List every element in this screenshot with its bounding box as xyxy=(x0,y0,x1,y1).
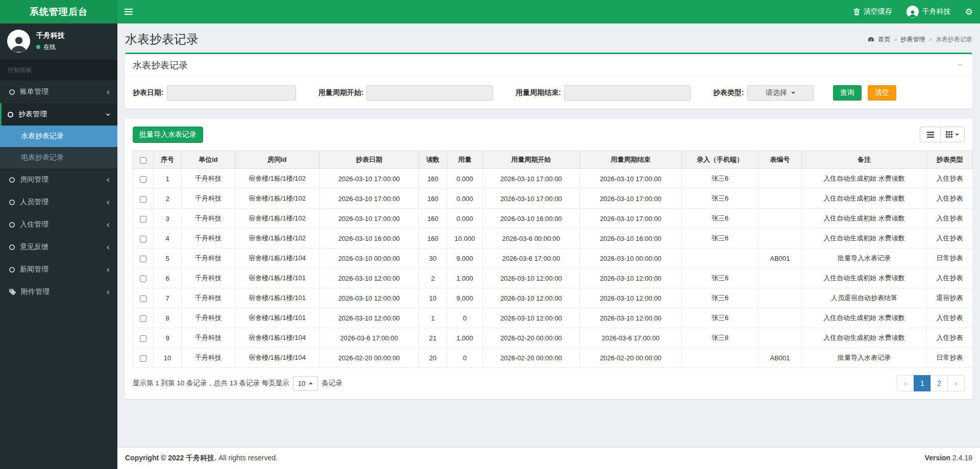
cell-usage: 1.000 xyxy=(447,328,483,348)
read-type-label: 抄表类型: xyxy=(713,88,744,97)
read-type-select[interactable]: 请选择 xyxy=(747,85,814,101)
table-footer: 显示第 1 到第 10 条记录，总共 13 条记录 每页显示 10 条记录 ‹ … xyxy=(133,375,965,391)
columns-view-button[interactable] xyxy=(940,127,965,142)
breadcrumb-home[interactable]: 首页 xyxy=(878,35,890,44)
period-end-input[interactable] xyxy=(564,85,691,101)
cell-recorder: 张三6 xyxy=(682,268,758,288)
row-checkbox[interactable] xyxy=(140,216,146,223)
caret-down-icon xyxy=(791,92,795,94)
read-date-input[interactable] xyxy=(167,85,296,101)
search-button[interactable]: 查询 xyxy=(833,85,862,101)
footer: Copyright © 2022 千舟科技. All rights reserv… xyxy=(117,447,980,469)
app-brand: 系统管理后台 xyxy=(0,0,117,23)
row-select-cell xyxy=(133,249,154,268)
online-status-dot xyxy=(36,45,40,49)
header-index: 序号 xyxy=(154,151,182,169)
row-checkbox[interactable] xyxy=(140,196,146,203)
navbar-user-menu[interactable]: 千舟科技 xyxy=(899,0,958,23)
cell-read-type: 入住抄表 xyxy=(927,209,973,229)
sidebar-item-bill-management[interactable]: 账单管理 ‹ xyxy=(0,81,117,103)
cell-meter-no: AB001 xyxy=(758,348,802,368)
breadcrumb: 首页 > 抄表管理 > 水表抄表记录 xyxy=(868,35,972,44)
header-remark: 备注 xyxy=(802,151,927,169)
clear-cache-button[interactable]: 清空缓存 xyxy=(846,0,899,23)
batch-import-button[interactable]: 批量导入水表记录 xyxy=(133,127,203,143)
table-row: 6千舟科技宿舍楼/1栋/1楼/1012026-03-10 12:00:0021.… xyxy=(133,268,973,288)
sidebar-item-room-management[interactable]: 房间管理 ‹ xyxy=(0,168,117,191)
main-content: 水表抄表记录 首页 > 抄表管理 > 水表抄表记录 水表抄表记录 − 抄表日期:… xyxy=(117,23,980,469)
cell-period-start: 2026-02-20 00:00:00 xyxy=(483,348,580,368)
row-checkbox[interactable] xyxy=(140,335,146,342)
cell-read-type: 入住抄表 xyxy=(927,229,973,249)
row-select-cell xyxy=(133,328,154,348)
list-view-button[interactable] xyxy=(920,127,940,142)
sidebar-subitem-electric-meter-records[interactable]: 电表抄表记录 xyxy=(0,147,117,168)
sidebar-toggle-button[interactable] xyxy=(117,0,140,23)
row-checkbox[interactable] xyxy=(140,176,146,183)
collapse-panel-button[interactable]: − xyxy=(955,60,965,70)
row-checkbox[interactable] xyxy=(140,355,146,362)
cell-period-start: 2026-03-10 17:00:00 xyxy=(483,169,580,189)
chevron-left-icon: ‹ xyxy=(106,88,110,96)
clear-button[interactable]: 清空 xyxy=(868,85,896,101)
header-read-type: 抄表类型 xyxy=(927,151,973,169)
read-date-label: 抄表日期: xyxy=(133,88,164,97)
cell-period-end: 2026-03-10 17:00:00 xyxy=(580,209,682,229)
table-toolbar: 批量导入水表记录 xyxy=(133,127,965,143)
row-checkbox[interactable] xyxy=(140,276,146,282)
cell-unit-id: 千舟科技 xyxy=(182,308,235,328)
prev-page-button[interactable]: ‹ xyxy=(897,375,914,391)
user-avatar-icon xyxy=(906,6,919,18)
cell-period-start: 2026-03-10 17:00:00 xyxy=(483,189,580,209)
row-checkbox[interactable] xyxy=(140,256,146,262)
sidebar-item-news-management[interactable]: 新闻管理 ‹ xyxy=(0,258,117,281)
sidebar-item-attachment-management[interactable]: 附件管理 ‹ xyxy=(0,281,117,303)
cell-index: 8 xyxy=(154,308,182,328)
chevron-left-icon: ‹ xyxy=(106,198,110,207)
records-panel: 批量导入水表记录 xyxy=(125,119,972,399)
cell-room-id: 宿舍楼/1栋/1楼/102 xyxy=(235,209,320,229)
next-page-button[interactable]: › xyxy=(947,375,965,391)
row-select-cell xyxy=(133,229,154,249)
row-checkbox[interactable] xyxy=(140,236,146,242)
cell-period-end: 2026-03-10 17:00:00 xyxy=(580,169,682,189)
header-read-date: 抄表日期 xyxy=(320,151,419,169)
cell-reading: 30 xyxy=(419,249,447,268)
page-button-1[interactable]: 1 xyxy=(914,375,931,391)
cell-remark: 入住自动生成初始 水费读数 xyxy=(802,169,927,189)
cell-unit-id: 千舟科技 xyxy=(182,249,235,268)
cell-recorder: 张三6 xyxy=(682,229,758,249)
period-start-label: 用量周期开始: xyxy=(318,88,364,97)
sidebar-item-checkin-management[interactable]: 入住管理 ‹ xyxy=(0,213,117,236)
cell-reading: 1 xyxy=(419,308,447,328)
sidebar-item-feedback[interactable]: 意见反馈 ‹ xyxy=(0,236,117,258)
row-checkbox[interactable] xyxy=(140,315,146,322)
settings-button[interactable]: ⚙ xyxy=(958,0,980,23)
cell-room-id: 宿舍楼/1栋/1楼/104 xyxy=(235,249,320,268)
header-meter-no: 表编号 xyxy=(758,151,802,169)
cell-meter-no xyxy=(758,169,802,189)
cell-room-id: 宿舍楼/1栋/1楼/101 xyxy=(235,288,320,308)
header-period-end: 用量周期结束 xyxy=(580,151,682,169)
table-header-row: 序号 单位id 房间id 抄表日期 读数 用量 用量周期开始 用量周期结束 录入… xyxy=(133,151,973,169)
cell-read-date: 2026-02-20 00:00:00 xyxy=(320,348,419,368)
header-room-id: 房间id xyxy=(235,151,320,169)
page-button-2[interactable]: 2 xyxy=(930,375,948,391)
period-start-input[interactable] xyxy=(366,85,493,101)
page-size-select[interactable]: 10 xyxy=(293,376,318,391)
sidebar-item-personnel-management[interactable]: 人员管理 ‹ xyxy=(0,191,117,213)
cell-room-id: 宿舍楼/1栋/1楼/104 xyxy=(235,348,320,368)
cell-remark: 入住自动生成初始 水费读数 xyxy=(802,189,927,209)
sidebar-subitem-water-meter-records[interactable]: 水表抄表记录 xyxy=(0,126,117,147)
breadcrumb-section[interactable]: 抄表管理 xyxy=(901,35,925,44)
cell-usage: 9.000 xyxy=(447,288,483,308)
cell-unit-id: 千舟科技 xyxy=(182,169,235,189)
cell-recorder: 张三6 xyxy=(682,169,758,189)
sidebar-item-meter-management[interactable]: 抄表管理 ‹ xyxy=(0,103,117,126)
table-row: 9千舟科技宿舍楼/1栋/1楼/1042026-03-6 17:00:00211.… xyxy=(133,328,973,348)
select-all-checkbox[interactable] xyxy=(140,157,146,164)
row-select-cell xyxy=(133,308,154,328)
row-checkbox[interactable] xyxy=(140,295,146,302)
header-usage: 用量 xyxy=(447,151,483,169)
cell-recorder xyxy=(682,348,758,368)
